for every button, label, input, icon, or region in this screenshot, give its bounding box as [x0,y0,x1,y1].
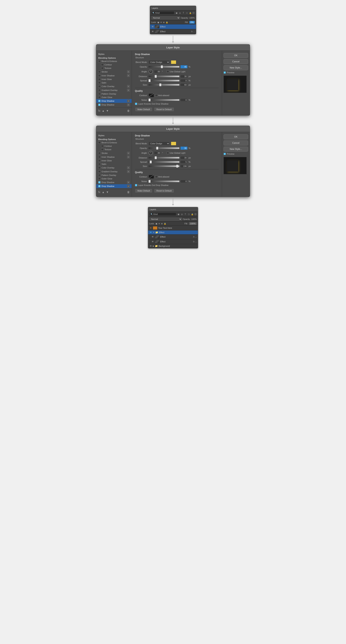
size-input-1[interactable] [181,83,188,86]
spread-thumb-1[interactable] [148,79,150,82]
visibility-icon-bg[interactable]: 👁 [149,245,152,247]
size-slider-2[interactable] [148,166,179,167]
pattern-overlay-1[interactable]: Pattern Overlay [96,92,132,96]
layer-row-effect-2[interactable]: 👁 Effect fx ⌄ [150,29,196,34]
layer-row-effect-1[interactable]: 👁 Effect [150,24,196,29]
bevel-emboss-1[interactable]: Bevel & Emboss [96,60,132,63]
contour-2[interactable]: Contour [96,144,132,148]
drop-shadow-2-a[interactable]: ✓ Drop Shadow + [96,180,132,184]
b-smart-filter-icon[interactable]: 🔒 [191,213,194,216]
pattern-overlay-checkbox-2[interactable] [98,174,101,176]
texture-checkbox-1[interactable] [101,67,103,69]
contour-thumbnail-2[interactable] [148,175,154,179]
filter-toggle-icon[interactable] [193,12,195,14]
outer-glow-2[interactable]: Outer Glow [96,177,132,180]
drop-shadow-2-b-selected[interactable]: ✓ Drop Shadow + [96,184,132,188]
size-thumb-1[interactable] [159,84,161,86]
make-default-btn-2[interactable]: Make Default [135,189,152,193]
color-overlay-add-btn-2[interactable]: + [127,166,130,169]
fx-icon-1[interactable]: fx [98,109,100,112]
bottom-fill-value[interactable]: 100% [189,222,197,225]
pixel-filter-icon[interactable]: ▣ [175,12,178,14]
drop-shadow-1-selected[interactable]: ✓ Drop Shadow + [96,99,132,103]
outer-glow-1[interactable]: Outer Glow [96,96,132,99]
drop-shadow-1-checkbox[interactable]: ✓ [98,100,101,102]
bottom-search-wrap[interactable]: 🔍 [149,212,176,216]
inner-shadow-add-btn-2[interactable]: + [127,156,130,158]
global-light-checkbox-1[interactable] [167,70,169,73]
drop-shadow-2-b-add-btn[interactable]: + [127,185,130,188]
stroke-checkbox-1[interactable] [98,70,101,73]
contour-checkbox-2[interactable] [101,145,103,147]
noise-input-1[interactable] [181,98,188,102]
visibility-icon-inner-2[interactable]: 👁 [151,240,154,243]
color-overlay-2[interactable]: Color Overlay + [96,166,132,170]
noise-input-2[interactable] [181,180,188,183]
drop-shadow-2-a-add-btn[interactable]: + [127,181,130,184]
move-down-icon-2[interactable]: ▼ [106,190,109,194]
angle-input-1[interactable] [154,70,161,73]
inner-shadow-add-btn-1[interactable]: + [127,74,130,77]
fx-icon-2[interactable]: fx [98,190,100,194]
ok-btn-1[interactable]: OK [224,53,248,58]
gradient-overlay-1[interactable]: Gradient Overlay + [96,88,132,92]
inner-glow-checkbox-1[interactable] [98,78,101,80]
outer-glow-checkbox-1[interactable] [98,96,101,98]
color-swatch-1[interactable] [171,60,176,64]
noise-slider-1[interactable] [148,99,179,101]
pattern-overlay-2[interactable]: Pattern Overlay [96,174,132,177]
layer-effect-inner-2[interactable]: 👁 Effect fx ⌄ [148,239,198,244]
b-lock-pixel-icon[interactable]: ▣ [155,222,157,225]
fill-value[interactable]: 0% [189,21,195,24]
inner-shadow-2[interactable]: Inner Shadow + [96,155,132,159]
cancel-btn-2[interactable]: Cancel [224,140,248,146]
drop-shadow-2-1-add-btn[interactable]: + [127,104,130,106]
gradient-overlay-add-btn-1[interactable]: + [127,89,130,92]
bottom-blend-select[interactable]: Normal [149,218,182,221]
new-style-btn-1[interactable]: New Style... [224,65,248,70]
lock-pixel-icon[interactable]: ▣ [157,21,159,24]
search-wrap[interactable]: 🔍 [151,11,174,14]
ok-btn-2[interactable]: OK [224,134,248,139]
inner-glow-2[interactable]: Inner Glow [96,159,132,162]
distance-slider-1[interactable] [148,76,179,77]
delete-icon-1[interactable]: 🗑 [127,109,130,112]
texture-checkbox-2[interactable] [101,148,103,151]
satin-2[interactable]: Satin [96,162,132,166]
visibility-icon-inner-1[interactable]: 👁 [151,236,154,238]
pattern-overlay-checkbox-1[interactable] [98,93,101,95]
layer-your-text[interactable]: 👁 Your Text Here [148,226,198,230]
blend-mode-select[interactable]: Normal [151,16,180,20]
spread-slider-1[interactable] [148,80,179,81]
distance-input-1[interactable] [181,75,188,78]
color-overlay-add-btn-1[interactable]: + [127,85,130,88]
opacity-thumb-2[interactable] [156,147,158,150]
angle-widget-2[interactable] [148,151,153,155]
blending-options-1[interactable]: Blending Options [96,56,132,60]
satin-1[interactable]: Satin [96,81,132,84]
noise-thumb-1[interactable] [148,99,150,101]
satin-checkbox-2[interactable] [98,163,101,165]
outer-glow-checkbox-2[interactable] [98,178,101,180]
group-expand-arrow[interactable]: ▼ [153,232,154,233]
preview-checkbox-2[interactable]: ✓ [224,153,226,155]
opacity-input-2[interactable] [181,146,188,150]
b-type-filter-icon[interactable]: T [184,213,187,216]
blending-options-2[interactable]: Blending Options [96,138,132,141]
b-lock-position-icon[interactable]: 🔒 [164,222,166,225]
lock-all-icon[interactable]: ⊕ [163,21,164,24]
size-input-2[interactable] [181,165,188,168]
layer-effect-group[interactable]: 👁 ▼ 📁 Effect [148,230,198,234]
inner-glow-1[interactable]: Inner Glow [96,78,132,81]
color-swatch-2[interactable] [171,142,176,146]
move-up-icon-1[interactable]: ▲ [102,109,105,112]
blend-mode-select-1[interactable]: Color Dodge [148,60,170,64]
global-light-checkbox-2[interactable] [167,152,169,154]
blend-mode-select-2[interactable]: Color Dodge [148,142,170,146]
visibility-icon-2[interactable]: 👁 [151,30,154,32]
cancel-btn-1[interactable]: Cancel [224,59,248,64]
b-lock-all-icon[interactable]: ⊕ [161,222,163,225]
delete-icon-2[interactable]: 🗑 [127,190,130,194]
color-overlay-checkbox-2[interactable] [98,166,101,169]
reset-default-btn-2[interactable]: Reset to Default [154,189,174,193]
